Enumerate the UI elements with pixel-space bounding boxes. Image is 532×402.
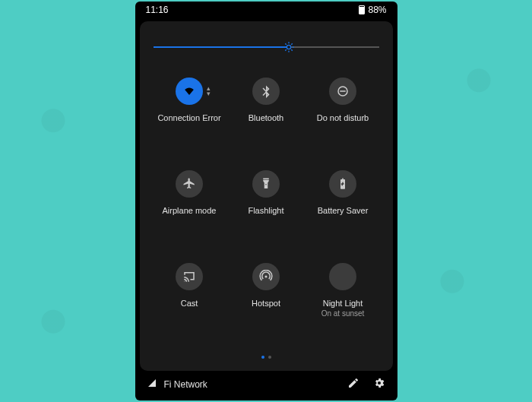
bluetooth-icon xyxy=(252,78,280,105)
status-right: 88% xyxy=(359,5,386,15)
wifi-icon xyxy=(176,78,203,105)
svg-point-0 xyxy=(287,45,290,49)
tile-night-light[interactable]: Night Light On at sunset xyxy=(306,261,381,353)
do-not-disturb-icon xyxy=(329,78,356,105)
quick-settings-panel: ▴▾ Connection Error Bluetooth xyxy=(140,21,393,371)
carrier-info[interactable]: Fi Network xyxy=(147,378,347,390)
svg-line-8 xyxy=(291,43,292,44)
battery-saver-icon xyxy=(329,170,356,198)
tile-bluetooth[interactable]: Bluetooth xyxy=(229,76,304,167)
svg-line-7 xyxy=(285,49,286,50)
tile-flashlight[interactable]: Flashlight xyxy=(229,169,304,260)
night-light-icon xyxy=(329,263,356,290)
tile-label: Bluetooth xyxy=(249,112,283,123)
tile-label: Cast xyxy=(181,298,198,309)
status-bar: 11:16 88% xyxy=(135,2,397,18)
tile-label: Airplane mode xyxy=(163,205,217,216)
tile-battery-saver[interactable]: Battery Saver xyxy=(306,169,381,260)
tile-do-not-disturb[interactable]: Do not disturb xyxy=(306,76,381,167)
tile-sublabel: On at sunset xyxy=(321,309,365,318)
expand-caret-icon[interactable]: ▴▾ xyxy=(207,86,211,97)
tile-hotspot[interactable]: Hotspot xyxy=(229,261,304,353)
signal-icon xyxy=(147,378,157,390)
tile-label: Battery Saver xyxy=(318,205,369,216)
carrier-label: Fi Network xyxy=(164,379,207,390)
status-time: 11:16 xyxy=(146,5,169,15)
brightness-fill xyxy=(154,46,289,48)
brightness-track xyxy=(154,46,379,48)
cast-icon xyxy=(176,263,203,290)
edit-button[interactable] xyxy=(347,377,359,391)
tile-label: Connection Error xyxy=(157,112,220,123)
page-dot-1[interactable] xyxy=(268,356,271,359)
battery-percent: 88% xyxy=(368,5,386,15)
svg-point-11 xyxy=(265,276,268,278)
tile-label: Hotspot xyxy=(252,298,280,309)
flashlight-icon xyxy=(252,170,280,198)
tile-airplane-mode[interactable]: Airplane mode xyxy=(152,169,227,260)
page-indicator xyxy=(152,353,381,365)
airplane-icon xyxy=(176,170,203,198)
tile-cast[interactable]: Cast xyxy=(152,261,227,353)
page-dot-0[interactable] xyxy=(261,356,264,359)
svg-line-5 xyxy=(285,43,286,44)
tile-label: Night Light xyxy=(323,298,363,309)
battery-icon xyxy=(359,5,365,14)
tile-wifi[interactable]: ▴▾ Connection Error xyxy=(152,76,227,167)
brightness-slider[interactable] xyxy=(152,40,381,61)
settings-button[interactable] xyxy=(373,377,385,391)
qs-footer: Fi Network xyxy=(135,371,397,400)
hotspot-icon xyxy=(252,263,280,290)
brightness-thumb[interactable] xyxy=(283,41,295,53)
phone-frame: 11:16 88% xyxy=(135,2,397,400)
tiles-grid: ▴▾ Connection Error Bluetooth xyxy=(152,76,381,353)
tile-label: Flashlight xyxy=(248,205,283,216)
tile-label: Do not disturb xyxy=(317,112,369,123)
svg-line-6 xyxy=(291,49,292,50)
